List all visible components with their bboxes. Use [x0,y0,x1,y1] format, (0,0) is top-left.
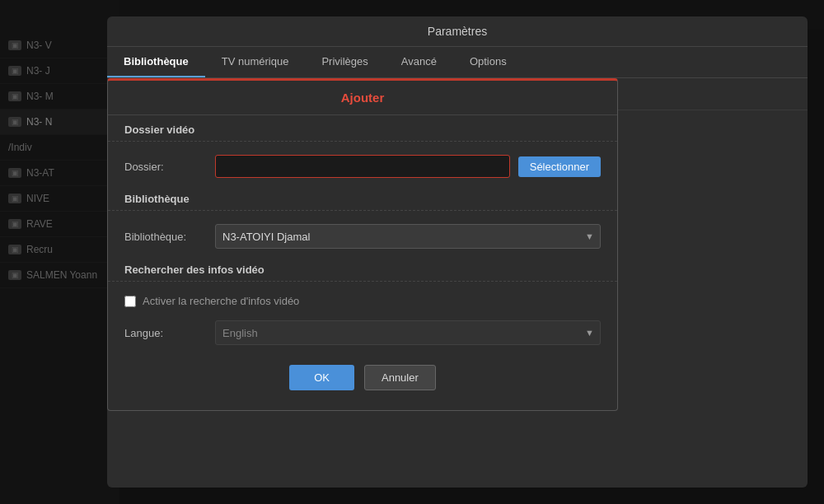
activer-recherche-checkbox[interactable] [124,296,136,307]
section-dossier-header: Dossier vidéo [108,115,617,142]
section-recherche-header: Rechercher des infos vidéo [108,255,617,282]
langue-dropdown-wrap: English Français Deutsch Español ▼ [215,320,601,345]
tab-options[interactable]: Options [453,47,523,77]
annuler-button[interactable]: Annuler [364,365,436,390]
params-tabs: Bibliothèque TV numérique Privilèges Ava… [107,47,808,78]
langue-select[interactable]: English Français Deutsch Español [215,320,601,345]
bibliotheque-dropdown-wrap: N3-ATOIYI Djamal ▼ [215,224,601,249]
params-dialog-title: Paramètres [107,16,808,47]
modal-footer: OK Annuler [108,352,617,394]
ajouter-modal: Ajouter Dossier vidéo Dossier: Sélection… [107,78,618,411]
tab-bibliotheque[interactable]: Bibliothèque [107,47,205,77]
langue-row: Langue: English Français Deutsch Español… [108,314,617,352]
checkbox-label: Activer la recherche d'infos vidéo [143,295,299,307]
section-bibliotheque-header: Bibliothèque [108,184,617,211]
ajouter-title: Ajouter [108,81,617,115]
dossier-label: Dossier: [124,161,207,173]
bibliotheque-label: Bibliothèque: [124,231,207,243]
bibliotheque-select[interactable]: N3-ATOIYI Djamal [215,224,601,249]
bibliotheque-row: Bibliothèque: N3-ATOIYI Djamal ▼ [108,217,617,255]
dossier-input[interactable] [215,155,510,178]
tab-tv-numerique[interactable]: TV numérique [205,47,306,77]
checkbox-row: Activer la recherche d'infos vidéo [108,288,617,314]
tab-avance[interactable]: Avancé [385,47,453,77]
dossier-row: Dossier: Sélectionner [108,148,617,184]
langue-label: Langue: [124,327,207,339]
tab-privileges[interactable]: Privilèges [305,47,384,77]
ok-button[interactable]: OK [289,365,354,390]
selectionner-button[interactable]: Sélectionner [518,156,601,177]
